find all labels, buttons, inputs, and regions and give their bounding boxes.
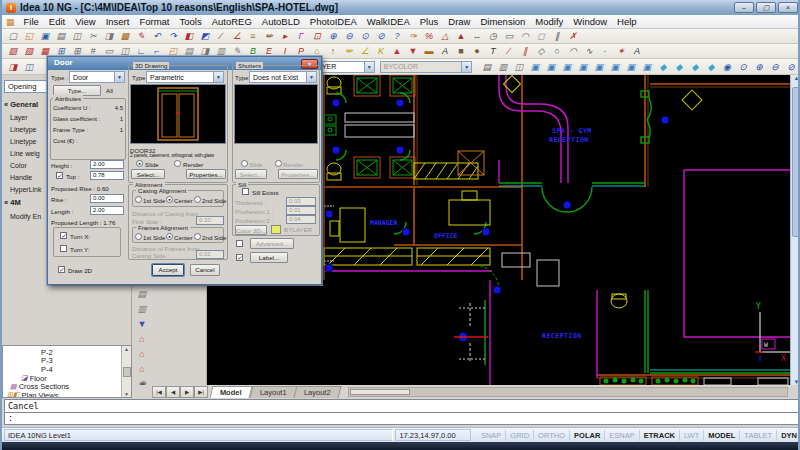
chevron-down-icon[interactable]: ▼	[134, 317, 150, 331]
hatch-alt-icon[interactable]: ▧	[21, 44, 37, 58]
spline-icon[interactable]: ∿	[581, 44, 597, 58]
object-type-selector[interactable]: Opening	[4, 80, 48, 93]
erase-icon[interactable]: ◻	[533, 29, 549, 43]
insert-block-icon[interactable]: ◧	[181, 29, 197, 43]
status-toggle[interactable]: ETRACK	[640, 430, 680, 441]
text-icon[interactable]: T	[485, 44, 501, 58]
zoom-extents-icon[interactable]: ⊘	[783, 60, 799, 74]
circle-icon[interactable]: ○	[549, 44, 565, 58]
tree-item[interactable]: ◪ Floor	[5, 374, 131, 383]
canvas-vertical-scrollbar[interactable]: ▲ ▼	[790, 75, 800, 385]
view-se-iso-icon[interactable]: ▣	[639, 60, 655, 74]
3d-slide-radio[interactable]: ●	[136, 160, 143, 167]
star-icon[interactable]: ✶	[613, 44, 629, 58]
menu-item[interactable]: Insert	[101, 16, 135, 27]
3d-render-radio[interactable]	[174, 160, 181, 167]
menu-item[interactable]: Format	[134, 16, 174, 27]
menu-item[interactable]: Help	[612, 16, 642, 27]
draw-2d-checkbox[interactable]: ✓	[58, 266, 65, 273]
tools-icon[interactable]: Γ	[293, 29, 309, 43]
sill-exists-checkbox[interactable]	[242, 188, 249, 195]
xref-icon[interactable]: ◩	[197, 29, 213, 43]
help-icon[interactable]: ?	[389, 29, 405, 43]
save-icon[interactable]: ▣	[37, 29, 53, 43]
door-type-combo[interactable]: Door▼	[69, 71, 125, 83]
layout-tab[interactable]: Model	[210, 386, 253, 398]
casing-1st-radio[interactable]	[135, 196, 142, 203]
cut-icon[interactable]: ✂	[85, 29, 101, 43]
undo-icon[interactable]: ↶	[149, 29, 165, 43]
redo-icon[interactable]: ↷	[165, 29, 181, 43]
menu-item[interactable]: AutoBLD	[257, 16, 305, 27]
zoom-window-icon[interactable]: ⊙	[357, 29, 373, 43]
zoom-out-icon[interactable]: ⊖	[767, 60, 783, 74]
all-button[interactable]: All	[106, 87, 113, 94]
zoom-in-icon[interactable]: ⊕	[325, 29, 341, 43]
menu-item[interactable]: Tools	[174, 16, 206, 27]
canvas-horizontal-scrollbar[interactable]	[348, 387, 788, 397]
open-icon[interactable]: ◱	[21, 29, 37, 43]
status-toggle[interactable]: LWT	[680, 430, 704, 441]
angle-icon[interactable]: ∠	[357, 44, 373, 58]
frames-center-radio[interactable]: ●	[166, 233, 173, 240]
new-icon[interactable]: ▢	[5, 29, 21, 43]
scene-icon[interactable]: ▥	[134, 302, 150, 316]
view-bottom-icon[interactable]: ▣	[543, 60, 559, 74]
offset-icon[interactable]: ∥	[549, 29, 565, 43]
label-checkbox[interactable]: ✓	[236, 254, 243, 261]
building-floor-icon[interactable]: ⌂	[134, 347, 150, 361]
iso-se-icon[interactable]: ◆	[687, 60, 703, 74]
tree-item[interactable]: ▤ Cross Sections	[5, 382, 131, 391]
arrow-up-icon[interactable]: ↑	[325, 44, 341, 58]
trim-icon[interactable]: ✗	[565, 29, 581, 43]
rectangle-icon[interactable]: ▭	[501, 29, 517, 43]
tree-scrollbar[interactable]: ▲ ▼	[121, 346, 131, 397]
marker-icon[interactable]: ▸	[277, 29, 293, 43]
menu-item[interactable]: Draw	[443, 16, 475, 27]
iso-ne-icon[interactable]: ◆	[655, 60, 671, 74]
view-sw-iso-icon[interactable]: ▣	[623, 60, 639, 74]
status-toggle[interactable]: ESNAP	[605, 430, 639, 441]
print-icon[interactable]: ▤	[53, 29, 69, 43]
plot-preview-icon[interactable]: ◫	[511, 60, 527, 74]
materials-icon[interactable]: ◫	[21, 60, 37, 74]
plot-config-icon[interactable]: ▤	[479, 60, 495, 74]
layout-tab[interactable]: Layout2	[294, 386, 342, 398]
tree-item[interactable]: P-4	[5, 365, 131, 374]
zoom-in-icon[interactable]: ⊕	[751, 60, 767, 74]
roof-up-icon[interactable]: ▲	[389, 44, 405, 58]
tree-item[interactable]: P-3	[5, 357, 131, 366]
roof-down-icon[interactable]: ▼	[405, 44, 421, 58]
advanced-checkbox[interactable]	[236, 240, 243, 247]
view-left-icon[interactable]: ▣	[559, 60, 575, 74]
move-icon[interactable]: ↔	[469, 29, 485, 43]
status-toggle[interactable]: POLAR	[570, 430, 605, 441]
view-right-icon[interactable]: ▣	[575, 60, 591, 74]
zoom-realtime-icon[interactable]: ◉	[719, 60, 735, 74]
tab-nav-button[interactable]: |◀	[152, 386, 166, 398]
polygon-icon[interactable]: ◇	[533, 44, 549, 58]
top-input[interactable]: 0.78	[90, 171, 124, 180]
view-back-icon[interactable]: ▣	[607, 60, 623, 74]
construction-line-icon[interactable]: ∠	[229, 29, 245, 43]
measure-icon[interactable]: ≡	[245, 29, 261, 43]
command-input[interactable]: :	[4, 413, 800, 425]
view-front-icon[interactable]: ▣	[591, 60, 607, 74]
cancel-button[interactable]: Cancel	[190, 264, 220, 276]
plot-icon[interactable]: ▥	[495, 60, 511, 74]
zoom-out-icon[interactable]: ⊖	[341, 29, 357, 43]
length-input[interactable]: 2.00	[90, 206, 124, 215]
parallel-icon[interactable]: ∥	[517, 44, 533, 58]
paste-icon[interactable]: ▩	[117, 29, 133, 43]
menu-item[interactable]: Dimension	[475, 16, 530, 27]
text-a-icon[interactable]: A	[629, 44, 645, 58]
menu-item[interactable]: Edit	[44, 16, 70, 27]
status-toggle[interactable]: GRID	[506, 430, 534, 441]
menu-item[interactable]: File	[19, 16, 44, 27]
k-tool-icon[interactable]: K	[373, 44, 389, 58]
menu-item[interactable]: Window	[568, 16, 612, 27]
status-toggle[interactable]: DYN	[777, 430, 800, 441]
menu-item[interactable]: Modify	[530, 16, 568, 27]
arc2-icon[interactable]: ◠	[565, 44, 581, 58]
arc-icon[interactable]: ◠	[517, 29, 533, 43]
